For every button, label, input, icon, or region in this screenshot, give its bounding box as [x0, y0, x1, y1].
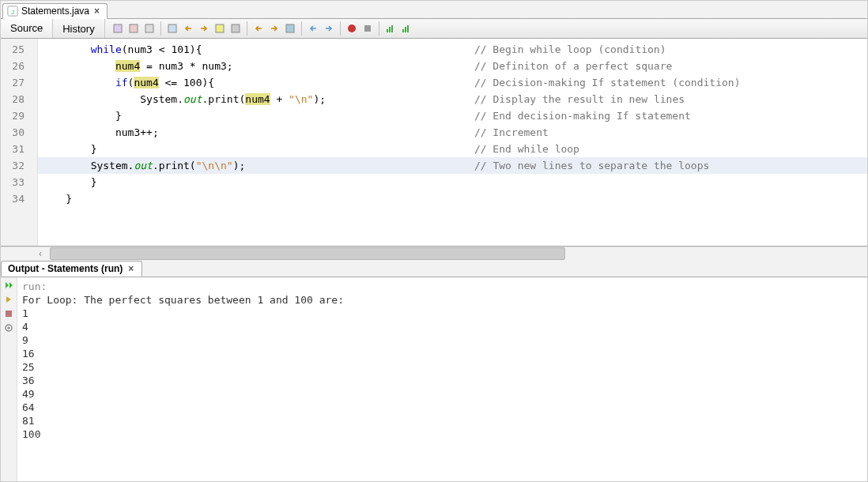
output-line: 1 [22, 307, 862, 320]
svg-rect-13 [391, 25, 393, 32]
file-tab-label: Statements.java [21, 6, 89, 17]
horizontal-scrollbar[interactable]: ‹ [1, 247, 867, 260]
output-tab-strip: Output - Statements (run) × [1, 260, 867, 277]
find-selection-icon[interactable] [166, 22, 179, 35]
svg-point-19 [8, 326, 10, 329]
svg-rect-4 [145, 24, 153, 32]
svg-rect-11 [387, 29, 388, 32]
svg-text:J: J [11, 9, 14, 16]
comment-icon[interactable] [384, 22, 397, 35]
find-next-icon[interactable] [198, 22, 210, 35]
output-line: 100 [22, 427, 862, 441]
macro-stop-icon[interactable] [361, 22, 374, 35]
output-line: For Loop: The perfect squares between 1 … [22, 293, 862, 307]
settings-icon[interactable] [3, 322, 14, 333]
code-area[interactable]: while(num3 < 101){ // Begin while loop (… [38, 39, 867, 246]
scrollbar-thumb[interactable] [50, 247, 565, 260]
file-tab-statements[interactable]: J Statements.java × [2, 3, 108, 19]
java-file-icon: J [7, 6, 18, 17]
ide-window: J Statements.java × Source History 25262… [0, 0, 868, 482]
svg-rect-8 [286, 24, 294, 32]
toggle-bookmark-icon[interactable] [284, 22, 296, 35]
output-line: 81 [22, 414, 862, 427]
editor-toolbar: Source History [1, 19, 867, 39]
output-line: 49 [22, 387, 862, 401]
output-line: 4 [22, 320, 862, 333]
highlight-icon[interactable] [213, 22, 226, 35]
shift-right-icon[interactable] [323, 22, 335, 35]
output-panel: run:For Loop: The perfect squares betwee… [1, 277, 867, 482]
last-edit-icon[interactable] [111, 22, 124, 35]
svg-point-9 [348, 24, 356, 32]
rerun-fail-icon[interactable] [3, 294, 14, 305]
output-line: 64 [22, 401, 862, 414]
svg-rect-6 [216, 24, 224, 32]
toggle-rect-icon[interactable] [229, 22, 242, 35]
rerun-icon[interactable] [3, 280, 14, 291]
output-line: run: [22, 280, 862, 293]
scroll-left-icon[interactable]: ‹ [37, 248, 43, 259]
svg-rect-5 [168, 24, 176, 32]
output-gutter [1, 277, 17, 482]
svg-rect-7 [232, 24, 240, 32]
svg-rect-15 [405, 27, 406, 32]
output-line: 9 [22, 333, 862, 347]
tab-source[interactable]: Source [1, 19, 53, 39]
output-line: 36 [22, 374, 862, 387]
output-tab[interactable]: Output - Statements (run) × [1, 261, 142, 277]
file-tab-strip: J Statements.java × [1, 1, 867, 19]
find-prev-icon[interactable] [182, 22, 194, 35]
output-line: 16 [22, 347, 862, 360]
svg-rect-3 [130, 24, 138, 32]
output-tab-label: Output - Statements (run) [8, 263, 123, 274]
svg-rect-14 [402, 29, 404, 32]
close-icon[interactable]: × [92, 6, 101, 17]
code-editor[interactable]: 25262728293031323334 while(num3 < 101){ … [1, 39, 867, 247]
output-text[interactable]: run:For Loop: The perfect squares betwee… [17, 277, 867, 482]
shift-left-icon[interactable] [307, 22, 319, 35]
diff-icon[interactable] [143, 22, 156, 35]
bookmarks-icon[interactable] [127, 22, 140, 35]
svg-rect-10 [364, 25, 371, 32]
output-line: 25 [22, 360, 862, 374]
svg-rect-16 [407, 25, 409, 32]
line-gutter: 25262728293031323334 [1, 39, 38, 246]
close-icon[interactable]: × [126, 263, 135, 274]
stop-icon[interactable] [3, 308, 14, 319]
svg-rect-2 [114, 24, 122, 32]
prev-bookmark-icon[interactable] [252, 22, 265, 35]
uncomment-icon[interactable] [400, 22, 413, 35]
svg-rect-12 [389, 27, 391, 32]
tab-history[interactable]: History [53, 19, 104, 38]
svg-rect-17 [6, 311, 12, 317]
macro-record-icon[interactable] [345, 22, 358, 35]
next-bookmark-icon[interactable] [268, 22, 281, 35]
